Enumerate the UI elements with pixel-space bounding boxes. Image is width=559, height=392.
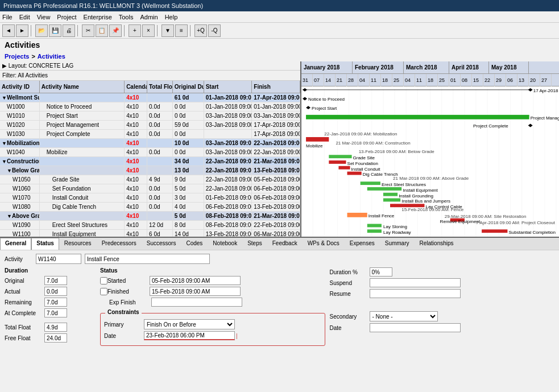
- menu-edit[interactable]: Edit: [19, 14, 30, 20]
- table-row[interactable]: ▼ Above Grade 4x10 5 0d 08-Feb-2018 09:0…: [0, 212, 300, 221]
- tab-notebook[interactable]: Notebook: [208, 238, 242, 250]
- tab-feedback[interactable]: Feedback: [267, 238, 303, 250]
- col-activity-name[interactable]: Activity Name: [40, 81, 125, 93]
- menu-project[interactable]: Project: [57, 14, 76, 20]
- toolbar-forward[interactable]: ►: [16, 24, 28, 37]
- menu-help[interactable]: Help: [165, 14, 178, 20]
- table-row[interactable]: W1030 Project Complete 4x10 0.0d 0 0d 17…: [0, 130, 300, 139]
- menu-tools[interactable]: Tools: [119, 14, 134, 20]
- gantt-week: 06: [506, 74, 517, 86]
- constraints-title: Constraints: [105, 309, 142, 315]
- toolbar-group[interactable]: ≡: [175, 24, 188, 37]
- col-finish[interactable]: Finish: [252, 81, 300, 93]
- menu-enterprise[interactable]: Enterprise: [84, 14, 112, 20]
- toolbar-print[interactable]: 🖨: [63, 24, 75, 37]
- gantt-week: 27: [540, 74, 552, 86]
- table-row[interactable]: W1090 Erect Steel Structures 4x10 12 0d …: [0, 221, 300, 230]
- gantt-week: 22: [483, 74, 495, 86]
- freefloat-input[interactable]: [44, 333, 67, 343]
- right-panel: Duration % Suspend Resume Secondary: [330, 267, 555, 346]
- table-row[interactable]: W1040 Mobilize 4x10 0.0d 0 0d 03-Jan-201…: [0, 148, 300, 157]
- tab-successors[interactable]: Successors: [142, 238, 181, 250]
- remaining-input[interactable]: [44, 298, 67, 307]
- started-date-input[interactable]: [150, 276, 241, 285]
- gantt-weeks: 31 07 14 21 28 04 11 18 25 04 11 18 25 0…: [301, 74, 559, 86]
- toolbar-open[interactable]: 📂: [35, 24, 48, 37]
- col-start[interactable]: Start: [204, 81, 252, 93]
- table-row[interactable]: ▼ Construction 4x10 34 0d 22-Jan-2018 09…: [0, 157, 300, 166]
- toolbar-save[interactable]: 💾: [49, 24, 61, 37]
- duration-pct-input[interactable]: [370, 267, 392, 277]
- top-section: ▶ Layout: CONCRETE LAG Filter: All Activ…: [0, 61, 559, 238]
- toolbar: ◄ ► 📂 💾 🖨 ✂ 📋 📌 + × ▼ ≡ +Q -Q: [0, 23, 559, 39]
- col-calendar[interactable]: Calendar: [125, 81, 147, 93]
- constraint-date-input[interactable]: [144, 331, 235, 340]
- tab-general[interactable]: General: [0, 238, 31, 250]
- tab-predecessors[interactable]: Predecessors: [97, 238, 142, 250]
- activity-id-input[interactable]: [36, 254, 81, 264]
- secondary-select[interactable]: - None - Finish On or Before Start On or…: [370, 311, 438, 321]
- secondary-constraint-row: Secondary - None - Finish On or Before S…: [330, 311, 555, 321]
- table-body: ▼ Wellmont Substation 4x10 61 0d 01-Jan-…: [0, 93, 300, 237]
- actual-input[interactable]: [44, 287, 67, 296]
- svg-rect-35: [306, 137, 329, 142]
- tab-codes[interactable]: Codes: [181, 238, 208, 250]
- detail-panel: General Status Resources Predecessors Su…: [0, 238, 559, 392]
- svg-text:29-Mar-2018 09:00 AM: Site Res: 29-Mar-2018 09:00 AM: Site Restoration: [445, 214, 527, 219]
- menu-view[interactable]: View: [37, 14, 51, 20]
- activity-info-row: Activity: [5, 254, 554, 264]
- suspend-input[interactable]: [370, 278, 461, 287]
- table-row[interactable]: ▼ Mobilization 4x10 10 0d 03-Jan-2018 09…: [0, 139, 300, 148]
- toolbar-copy[interactable]: 📋: [96, 24, 108, 37]
- toolbar-paste[interactable]: 📌: [109, 24, 122, 37]
- table-row[interactable]: W1100 Install Equipment 4x10 6 0d 14 0d …: [0, 230, 300, 237]
- table-row[interactable]: W1080 Dig Cable Trench 4x10 0.0d 4 0d 06…: [0, 203, 300, 212]
- tab-resources[interactable]: Resources: [59, 238, 97, 250]
- col-orig-dur[interactable]: Original Duration: [173, 81, 204, 93]
- toolbar-add[interactable]: +: [129, 24, 141, 37]
- table-row[interactable]: ▼ Below Grade 4x10 13 0d 22-Jan-2018 09:…: [0, 166, 300, 175]
- table-row[interactable]: W1050 Grade Site 4x10 4 9d 9 0d 22-Jan-2…: [0, 175, 300, 184]
- tab-summary[interactable]: Summary: [380, 238, 415, 250]
- primary-select[interactable]: Finish On or Before Start On or Before M…: [144, 319, 235, 329]
- col-activity-id[interactable]: Activity ID: [0, 81, 40, 93]
- table-row[interactable]: W1000 Notice to Proceed 4x10 0.0d 0 0d 0…: [0, 102, 300, 112]
- toolbar-zoom-in[interactable]: +Q: [194, 24, 207, 37]
- table-row[interactable]: W1010 Project Start 4x10 0.0d 0 0d 03-Ja…: [0, 112, 300, 121]
- finished-date-input[interactable]: [150, 287, 241, 296]
- toolbar-zoom-out[interactable]: -Q: [208, 24, 221, 37]
- table-row[interactable]: ▼ Wellmont Substation 4x10 61 0d 01-Jan-…: [0, 93, 300, 102]
- toolbar-delete[interactable]: ×: [142, 24, 155, 37]
- tab-steps[interactable]: Steps: [242, 238, 267, 250]
- svg-text:Erect Steel Structures: Erect Steel Structures: [382, 182, 426, 187]
- original-input[interactable]: [44, 276, 67, 285]
- secondary-date-input[interactable]: [370, 323, 461, 332]
- menu-file[interactable]: File: [2, 14, 13, 20]
- toolbar-filter[interactable]: ▼: [162, 24, 174, 37]
- finished-checkbox[interactable]: [100, 288, 107, 295]
- svg-rect-48: [361, 181, 380, 185]
- tab-status[interactable]: Status: [31, 238, 59, 250]
- projects-link[interactable]: Projects: [5, 53, 29, 60]
- toolbar-cut[interactable]: ✂: [82, 24, 94, 37]
- menu-admin[interactable]: Admin: [140, 14, 158, 20]
- resume-input[interactable]: [370, 289, 461, 298]
- col-total-float[interactable]: Total Float: [147, 81, 173, 93]
- activity-name-input[interactable]: [85, 254, 210, 264]
- tab-wps-docs[interactable]: WPs & Docs: [303, 238, 345, 250]
- totalfloat-input[interactable]: [44, 323, 67, 332]
- atcomplete-input[interactable]: [44, 308, 67, 317]
- expfinish-input[interactable]: [151, 298, 242, 307]
- svg-text:7 Apr-2018 09:00 AM: Project C: 7 Apr-2018 09:00 AM: Project Closeout: [476, 221, 556, 226]
- table-row[interactable]: W1020 Project Management 4x10 0.0d 59 0d…: [0, 121, 300, 130]
- tab-relationships[interactable]: Relationships: [415, 238, 459, 250]
- started-checkbox[interactable]: [100, 277, 107, 284]
- gantt-week: 21: [336, 74, 347, 86]
- table-row[interactable]: W1070 Install Conduit 4x10 0.0d 3 0d 01-…: [0, 193, 300, 203]
- toolbar-back[interactable]: ◄: [2, 24, 15, 37]
- svg-text:Notice to Proceed: Notice to Proceed: [308, 97, 345, 102]
- activities-link[interactable]: Activities: [38, 53, 65, 60]
- tab-expenses[interactable]: Expenses: [345, 238, 380, 250]
- duration-pct-label: Duration %: [330, 269, 370, 275]
- table-row[interactable]: W1060 Set Foundation 4x10 0.0d 5 0d 22-J…: [0, 184, 300, 193]
